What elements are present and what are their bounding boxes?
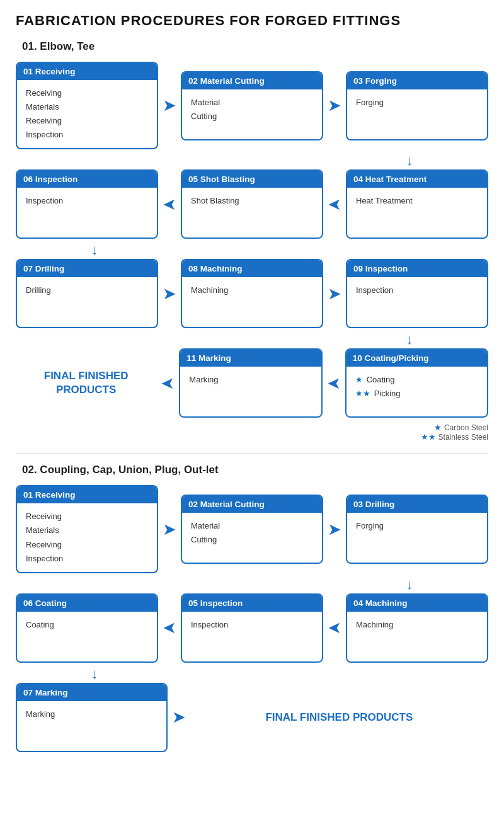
box-07-drilling: 07 Drilling Drilling [16, 259, 158, 328]
box-05-shot-blasting: 05 Shot Blasting Shot Blasting [181, 169, 323, 239]
v-arrows-r1: ↓ ↓ ↓ [16, 152, 488, 169]
box-03-forging: 03 Forging Forging [346, 71, 488, 140]
v-arrows-r2: ↓ ↓ ↓ [16, 241, 488, 259]
star1: ★ [355, 373, 363, 387]
box-10-coating-picking: 10 Coating/Picking ★Coating ★★Picking [345, 348, 488, 418]
box2-02-material-cutting: 02 Material Cutting MaterialCutting [181, 495, 323, 564]
arrow2-r1-2: ➤ [323, 520, 346, 539]
section1-row3: 07 Drilling Drilling ➤ 08 Machining Mach… [16, 259, 488, 328]
page-title: FABRICATION PROCEDURES FOR FORGED FITTIN… [16, 13, 488, 29]
box2-03-drilling: 03 Drilling Forging [346, 495, 488, 564]
section2-title: 02. Coupling, Cap, Union, Plug, Out-let [22, 464, 488, 476]
arrow2-r1-1: ➤ [158, 520, 181, 539]
arrow-r4-1: ➤ [156, 374, 179, 393]
box-01-receiving: 01 Receiving ReceivingMaterialsReceiving… [16, 62, 158, 149]
star2: ★★ [355, 387, 370, 401]
v-arrows-s2-r2: ↓ ↓ ↓ [16, 665, 488, 683]
box-11-marking: 11 Marking Marking [179, 348, 322, 418]
box-04-heat-treatment: 04 Heat Treatment Heat Treatment [346, 169, 488, 239]
picking-label: Picking [374, 387, 401, 401]
legend-stainless: ★★ Stainless Steel [16, 432, 488, 442]
final-products-label-2: FINAL FINISHED PRODUCTS [259, 698, 419, 737]
section2-row2: 06 Coating Coating ➤ 05 Inspection Inspe… [16, 593, 488, 663]
final-products-label-1: FINAL FINISHED PRODUCTS [16, 357, 156, 409]
section2-final-products-container: FINAL FINISHED PRODUCTS [190, 686, 488, 749]
arrow-r4-2: ➤ [323, 374, 345, 393]
v-arrow-down-r1-right: ↓ [331, 152, 488, 169]
v-arrow2-down-right: ↓ [331, 576, 488, 593]
box2-06-coating: 06 Coating Coating [16, 593, 158, 663]
section1-row2: 06 Inspection Inspection ➤ 05 Shot Blast… [16, 169, 488, 239]
section2-row3: 07 Marking Marking ➤ FINAL FINISHED PROD… [16, 683, 488, 752]
legend-stainless-label: Stainless Steel [438, 433, 488, 442]
arrow-r2-1: ➤ [158, 195, 181, 214]
legend: ★ Carbon Steel ★★ Stainless Steel [16, 423, 488, 442]
arrow-r3-1: ➤ [158, 284, 181, 304]
section1-row1: 01 Receiving ReceivingMaterialsReceiving… [16, 62, 488, 149]
coating-label: Coating [367, 373, 395, 387]
arrow-r1-2: ➤ [323, 96, 346, 115]
section1-title: 01. Elbow, Tee [22, 40, 488, 53]
v-arrow2-down-left: ↓ [16, 665, 173, 683]
box-09-inspection: 09 Inspection Inspection [346, 259, 488, 328]
box2-07-marking: 07 Marking Marking [16, 683, 168, 752]
box-02-material-cutting: 02 Material Cutting MaterialCutting [181, 71, 323, 140]
section-divider [16, 453, 488, 454]
legend-star1: ★ [434, 423, 442, 432]
arrow-r1-1: ➤ [158, 96, 181, 115]
legend-star2: ★★ [421, 432, 436, 442]
v-arrow-down-r2-left: ↓ [16, 241, 173, 259]
legend-carbon: ★ Carbon Steel [16, 423, 488, 432]
v-arrows-r3: ↓ ↓ ↓ [16, 331, 488, 348]
box-06-inspection: 06 Inspection Inspection [16, 169, 158, 239]
section2-row1: 01 Receiving ReceivingMaterialsReceiving… [16, 485, 488, 573]
v-arrow-down-r3-right: ↓ [331, 331, 488, 348]
box-08-machining: 08 Machining Machining [181, 259, 323, 328]
section1-row4: FINAL FINISHED PRODUCTS ➤ 11 Marking Mar… [16, 348, 488, 418]
arrow-r3-2: ➤ [323, 284, 346, 304]
arrow-r2-2: ➤ [323, 195, 346, 214]
arrow2-r3-1: ➤ [168, 707, 190, 727]
v-arrows-s2-r1: ↓ ↓ ↓ [16, 576, 488, 593]
box2-04-machining: 04 Machining Machining [346, 593, 488, 663]
arrow2-r2-1: ➤ [158, 618, 181, 638]
arrow2-r2-2: ➤ [323, 618, 346, 638]
box2-05-inspection: 05 Inspection Inspection [181, 593, 323, 663]
legend-carbon-label: Carbon Steel [444, 423, 488, 432]
box2-01-receiving: 01 Receiving ReceivingMaterialsReceiving… [16, 485, 158, 573]
